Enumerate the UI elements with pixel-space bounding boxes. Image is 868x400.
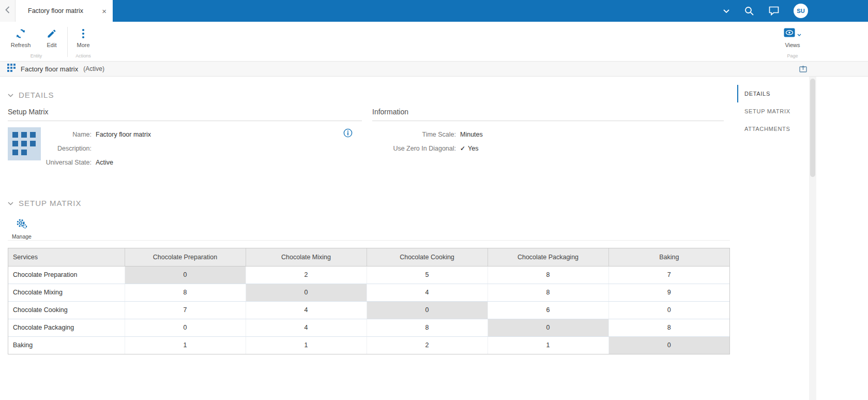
page-group: Views Page: [777, 22, 808, 61]
check-icon: ✓: [460, 145, 465, 152]
matrix-cell[interactable]: 6: [488, 301, 608, 319]
section-chevron-icon: [8, 90, 13, 99]
matrix-cell[interactable]: 0: [125, 319, 246, 336]
matrix-cell[interactable]: 1: [488, 336, 608, 354]
side-tab-attachments[interactable]: ATTACHMENTS: [737, 120, 806, 138]
matrix-cell[interactable]: 7: [125, 301, 246, 319]
grid-toolbar: Manage: [8, 214, 730, 241]
side-tab-details[interactable]: DETAILS: [737, 85, 806, 102]
status-badge: (Active): [83, 65, 104, 72]
column-header[interactable]: Chocolate Packaging: [488, 248, 608, 266]
matrix-cell[interactable]: 8: [488, 284, 608, 301]
actions-group: More Actions: [68, 22, 99, 61]
matrix-cell[interactable]: 0: [125, 266, 246, 284]
avatar[interactable]: SU: [794, 4, 808, 18]
matrix-cell[interactable]: 0: [488, 319, 608, 336]
setup-matrix-section-header[interactable]: SETUP MATRIX: [8, 198, 730, 208]
tab-factory-floor-matrix[interactable]: Factory floor matrix ×: [16, 0, 113, 22]
field-label: Name:: [41, 131, 96, 138]
info-icon[interactable]: [343, 128, 353, 169]
matrix-cell[interactable]: 0: [246, 284, 367, 301]
setup-matrix-section-title: SETUP MATRIX: [19, 199, 81, 208]
matrix-cell[interactable]: 9: [608, 284, 729, 301]
matrix-cell[interactable]: 0: [608, 336, 729, 354]
details-section-header[interactable]: DETAILS: [8, 90, 730, 99]
setup-matrix-fields: Name:Factory floor matrixDescription:Uni…: [41, 127, 151, 169]
back-chevron-icon: [5, 6, 10, 16]
actions-group-label: Actions: [68, 53, 99, 61]
edit-button[interactable]: Edit: [36, 22, 67, 53]
page-title: Factory floor matrix: [21, 65, 78, 73]
matrix-cell[interactable]: 8: [488, 266, 608, 284]
table-row: Chocolate Packaging04808: [8, 319, 729, 336]
column-header[interactable]: Baking: [608, 248, 729, 266]
matrix-cell[interactable]: 2: [246, 266, 367, 284]
setup-matrix-panel: Setup Matrix Name:Factory floor matri: [8, 108, 362, 169]
vertical-scrollbar[interactable]: [809, 77, 816, 400]
field-row: Description:: [41, 141, 151, 155]
manage-button[interactable]: Manage: [8, 214, 36, 240]
dropdown-chevron-icon[interactable]: [723, 9, 729, 13]
matrix-cell[interactable]: 8: [608, 319, 729, 336]
matrix-cell[interactable]: 5: [367, 266, 488, 284]
field-value: Minutes: [460, 131, 483, 138]
service-cell[interactable]: Chocolate Preparation: [8, 266, 125, 284]
field-value: ✓Yes: [460, 145, 478, 152]
field-label: Time Scale:: [372, 131, 460, 138]
matrix-cell[interactable]: 7: [608, 266, 729, 284]
matrix-cell[interactable]: 8: [367, 319, 488, 336]
edit-icon: [47, 28, 57, 39]
matrix-cell[interactable]: 0: [608, 301, 729, 319]
side-tab-setup-matrix[interactable]: SETUP MATRIX: [737, 102, 806, 120]
search-icon[interactable]: [744, 6, 754, 16]
matrix-cell[interactable]: 1: [246, 336, 367, 354]
table-row: Chocolate Preparation02587: [8, 266, 729, 284]
manage-label: Manage: [12, 233, 32, 240]
matrix-header-row: ServicesChocolate PreparationChocolate M…: [8, 248, 729, 266]
matrix-body: Chocolate Preparation02587Chocolate Mixi…: [8, 266, 729, 354]
details-section-title: DETAILS: [19, 91, 54, 99]
refresh-button[interactable]: Refresh: [5, 22, 36, 53]
matrix-cell[interactable]: 4: [246, 319, 367, 336]
field-row: Universal State:Active: [41, 155, 151, 169]
views-button[interactable]: Views: [777, 22, 808, 53]
table-row: Chocolate Cooking74060: [8, 301, 729, 319]
table-row: Baking11210: [8, 336, 729, 354]
views-eye-icon: [784, 28, 795, 39]
toolbar: Refresh Edit Entity More Actions: [0, 22, 868, 61]
views-label: Views: [785, 42, 800, 48]
service-cell[interactable]: Chocolate Packaging: [8, 319, 125, 336]
field-row: Use Zero In Diagonal:✓Yes: [372, 141, 483, 155]
scrollbar-thumb[interactable]: [810, 79, 815, 177]
entity-matrix-icon: [8, 127, 41, 160]
chat-icon[interactable]: [769, 6, 779, 16]
matrix-cell[interactable]: 4: [367, 284, 488, 301]
content: DETAILS Setup Matrix: [0, 77, 868, 400]
column-header[interactable]: Chocolate Cooking: [367, 248, 488, 266]
column-header[interactable]: Chocolate Preparation: [125, 248, 246, 266]
gear-icon: [16, 218, 27, 231]
matrix-cell[interactable]: 1: [125, 336, 246, 354]
matrix-cell[interactable]: 2: [367, 336, 488, 354]
field-label: Description:: [41, 145, 96, 152]
field-value: Factory floor matrix: [96, 131, 151, 138]
close-icon[interactable]: ×: [102, 7, 106, 15]
service-cell[interactable]: Baking: [8, 336, 125, 354]
more-button[interactable]: More: [68, 22, 99, 53]
column-header[interactable]: Services: [8, 248, 125, 266]
matrix-cell[interactable]: 4: [246, 301, 367, 319]
service-cell[interactable]: Chocolate Cooking: [8, 301, 125, 319]
titlebar: Factory floor matrix (Active): [0, 61, 868, 77]
matrix-cell[interactable]: 8: [125, 284, 246, 301]
tab-title: Factory floor matrix: [28, 7, 98, 14]
column-header[interactable]: Chocolate Mixing: [246, 248, 367, 266]
more-icon: [82, 28, 85, 39]
edit-label: Edit: [47, 42, 57, 48]
service-cell[interactable]: Chocolate Mixing: [8, 284, 125, 301]
side-tabs: DETAILSSETUP MATRIXATTACHMENTS: [737, 85, 806, 138]
open-panel-icon[interactable]: [799, 65, 807, 72]
information-panel-title: Information: [372, 108, 724, 121]
views-chevron-icon: [797, 29, 801, 38]
matrix-cell[interactable]: 0: [367, 301, 488, 319]
back-button[interactable]: [0, 0, 16, 22]
